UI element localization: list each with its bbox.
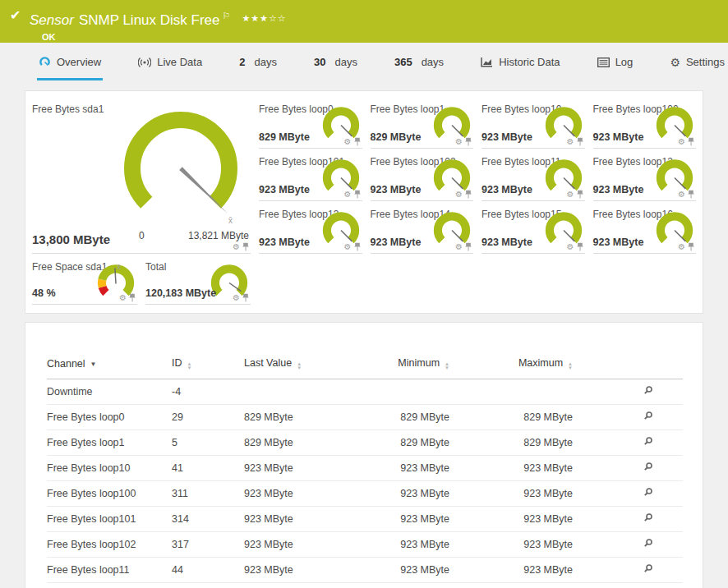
edit-channel-wrench-icon[interactable] <box>643 411 653 421</box>
channel-value: 923 MByte <box>593 184 644 195</box>
column-header-id[interactable]: ID▲▼ <box>172 352 244 379</box>
table-row-loop1[interactable]: Free Bytes loop1 5 829 MByte 829 MByte 8… <box>47 430 683 456</box>
gauge-cell-loop100[interactable]: Free Bytes loop100 923 MByte ⚙ <box>593 96 697 149</box>
pin-icon[interactable] <box>242 293 249 302</box>
tab-live-data[interactable]: Live Data <box>136 43 204 80</box>
edit-channel-wrench-icon[interactable] <box>643 436 653 447</box>
channel-value: 923 MByte <box>481 237 532 248</box>
tab-label: Log <box>615 56 634 68</box>
table-row-loop12[interactable]: Free Bytes loop12 47 923 MByte 923 MByte… <box>47 583 683 588</box>
cell-id: 317 <box>172 532 244 558</box>
cell-id: 29 <box>172 405 244 430</box>
edit-channel-wrench-icon[interactable] <box>643 462 653 472</box>
pin-icon[interactable] <box>465 242 472 251</box>
cell-channel[interactable]: Free Bytes loop100 <box>47 481 172 507</box>
tab-2-days[interactable]: 2 days <box>237 43 279 80</box>
pin-icon[interactable] <box>688 190 694 199</box>
gear-icon[interactable]: ⚙ <box>455 138 463 146</box>
edit-channel-wrench-icon[interactable] <box>643 487 653 498</box>
tab-overview[interactable]: Overview <box>37 43 103 80</box>
gear-icon[interactable]: ⚙ <box>455 243 463 251</box>
cell-channel[interactable]: Free Bytes loop12 <box>47 583 172 588</box>
pin-icon[interactable] <box>129 293 136 302</box>
gauge-cell-loop0[interactable]: Free Bytes loop0 829 MByte ⚙ <box>259 96 362 149</box>
pin-icon[interactable] <box>354 190 361 199</box>
tab-log[interactable]: Log <box>596 43 635 80</box>
gauge-cell-free-space-sda1[interactable]: Free Space sda1 x̄ 48 % ⚙ <box>32 254 137 305</box>
gear-icon[interactable]: ⚙ <box>119 294 127 302</box>
channel-value: 923 MByte <box>593 131 644 143</box>
cell-channel[interactable]: Free Bytes loop10 <box>47 456 172 481</box>
pin-icon[interactable] <box>577 242 583 251</box>
column-header-channel[interactable]: Channel▼ <box>47 352 172 379</box>
gear-icon[interactable]: ⚙ <box>233 243 240 251</box>
cell-channel[interactable]: Free Bytes loop101 <box>47 507 172 532</box>
channel-value: 923 MByte <box>593 237 644 248</box>
cell-channel[interactable]: Downtime <box>47 379 172 405</box>
table-row-downtime[interactable]: Downtime -4 <box>47 379 683 405</box>
gauge-cell-total[interactable]: Total 120,183 MByte ⚙ <box>145 254 251 305</box>
gear-icon[interactable]: ⚙ <box>567 138 574 146</box>
gauge-cell-loop13[interactable]: Free Bytes loop13 923 MByte ⚙ <box>259 201 362 254</box>
tab-settings[interactable]: ⚙ Settings <box>668 43 726 80</box>
table-row-loop11[interactable]: Free Bytes loop11 44 923 MByte 923 MByte… <box>47 558 683 583</box>
pin-icon[interactable] <box>577 137 583 146</box>
pin-icon[interactable] <box>688 137 694 146</box>
table-row-loop10[interactable]: Free Bytes loop10 41 923 MByte 923 MByte… <box>47 456 683 481</box>
column-header-maximum[interactable]: Maximum▲▼ <box>495 352 618 379</box>
gear-icon[interactable]: ⚙ <box>455 191 463 199</box>
tab-30-days[interactable]: 30 days <box>312 43 359 80</box>
gear-icon[interactable]: ⚙ <box>344 243 352 251</box>
pin-icon[interactable] <box>688 242 694 251</box>
table-row-loop0[interactable]: Free Bytes loop0 29 829 MByte 829 MByte … <box>47 405 683 430</box>
flag-icon[interactable]: ⚐ <box>223 11 231 21</box>
stars-filled: ★★★ <box>242 13 269 23</box>
gauge-cell-loop102[interactable]: Free Bytes loop102 923 MByte ⚙ <box>371 149 474 201</box>
pin-icon[interactable] <box>354 137 361 146</box>
gauge-cell-loop1[interactable]: Free Bytes loop1 829 MByte ⚙ <box>371 96 474 149</box>
cell-channel[interactable]: Free Bytes loop0 <box>47 405 172 430</box>
gauge-cell-loop12[interactable]: Free Bytes loop12 923 MByte ⚙ <box>593 149 697 201</box>
gauge-cell-loop16[interactable]: Free Bytes loop16 923 MByte ⚙ <box>593 201 697 254</box>
pin-icon[interactable] <box>465 190 472 199</box>
gauge-scale-max: 13,821 MByte <box>188 230 249 241</box>
priority-stars[interactable]: ★★★☆☆ <box>242 13 286 23</box>
edit-channel-wrench-icon[interactable] <box>643 538 653 549</box>
gear-icon[interactable]: ⚙ <box>678 243 685 251</box>
tab-365-days[interactable]: 365 days <box>393 43 445 80</box>
channel-value: 923 MByte <box>259 184 310 195</box>
cell-channel[interactable]: Free Bytes loop102 <box>47 532 172 558</box>
cell-channel[interactable]: Free Bytes loop1 <box>47 430 172 456</box>
gear-icon[interactable]: ⚙ <box>344 191 352 199</box>
table-row-loop102[interactable]: Free Bytes loop102 317 923 MByte 923 MBy… <box>47 532 683 558</box>
gear-icon[interactable]: ⚙ <box>567 243 574 251</box>
table-row-loop100[interactable]: Free Bytes loop100 311 923 MByte 923 MBy… <box>47 481 683 507</box>
column-header-edit <box>618 352 683 379</box>
gear-icon[interactable]: ⚙ <box>344 138 352 146</box>
gear-icon[interactable]: ⚙ <box>678 191 685 199</box>
column-header-minimum[interactable]: Minimum▲▼ <box>396 352 495 379</box>
tab-historic-data[interactable]: Historic Data <box>479 43 561 80</box>
edit-channel-wrench-icon[interactable] <box>643 563 653 574</box>
gear-icon[interactable]: ⚙ <box>678 138 685 146</box>
gauge-cell-loop14[interactable]: Free Bytes loop14 923 MByte ⚙ <box>371 201 474 254</box>
gauge-cell-free-bytes-sda1[interactable]: Free Bytes sda1 x̄ 0 13,821 MByte 13,800… <box>32 96 251 254</box>
gauge-cell-loop11[interactable]: Free Bytes loop11 923 MByte ⚙ <box>481 149 585 201</box>
channel-value: 923 MByte <box>259 237 310 248</box>
gauge-cell-loop15[interactable]: Free Bytes loop15 923 MByte ⚙ <box>481 201 585 254</box>
edit-channel-wrench-icon[interactable] <box>643 385 653 396</box>
edit-channel-wrench-icon[interactable] <box>643 512 653 523</box>
pin-icon[interactable] <box>354 242 361 251</box>
pin-icon[interactable] <box>577 190 583 199</box>
gear-icon[interactable]: ⚙ <box>567 191 574 199</box>
gear-icon[interactable]: ⚙ <box>233 294 240 302</box>
pin-icon[interactable] <box>465 137 472 146</box>
cell-channel[interactable]: Free Bytes loop11 <box>47 558 172 583</box>
column-header-last-value[interactable]: Last Value▲▼ <box>244 352 396 379</box>
table-row-loop101[interactable]: Free Bytes loop101 314 923 MByte 923 MBy… <box>47 507 683 532</box>
tab-label: days <box>334 56 357 68</box>
gauge-cell-loop10[interactable]: Free Bytes loop10 923 MByte ⚙ <box>481 96 585 149</box>
cell-maximum: 923 MByte <box>495 507 618 532</box>
gauge-cell-loop101[interactable]: Free Bytes loop101 923 MByte ⚙ <box>259 149 362 201</box>
pin-icon[interactable] <box>242 242 249 251</box>
